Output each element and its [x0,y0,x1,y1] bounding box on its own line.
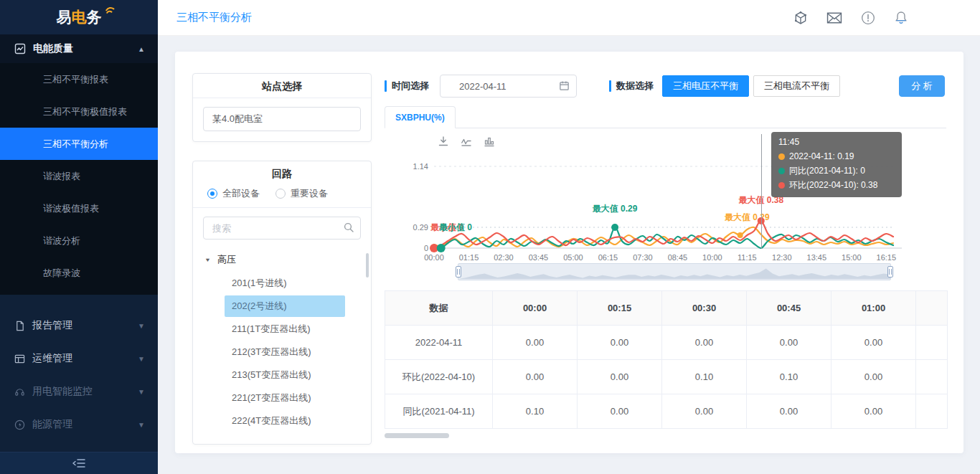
alert-circle-icon[interactable] [861,11,875,25]
cube-icon[interactable] [793,11,808,25]
date-picker-input[interactable] [440,75,577,98]
sidebar-group-smart-monitoring[interactable]: 用电智能监控 ▼ [0,375,158,408]
svg-text:13:45: 13:45 [807,253,827,262]
mail-icon[interactable] [826,11,842,24]
sidebar-item-unbalance-report[interactable]: 三相不平衡报表 [0,63,158,95]
svg-text:08:45: 08:45 [668,253,688,262]
data-table: 数据 00:00 00:15 00:30 00:45 01:00 2022-04… [385,290,948,429]
chevron-down-icon: ▼ [138,421,145,429]
chart-tab-bar: SXBPHU(%) [385,106,946,128]
sidebar-item-unbalance-extreme-report[interactable]: 三相不平衡极值报表 [0,95,158,128]
station-select-input[interactable] [203,107,361,131]
tree-item-212[interactable]: 212(3T变压器出线) [225,341,345,363]
table-row: 同比(2021-04-11) 0.10 0.00 0.00 0.00 0.00 [385,394,948,429]
tree-item-201[interactable]: 201(1号进线) [225,272,345,294]
table-row: 环比(2022-04-10) 0.00 0.00 0.10 0.10 0.00 [385,360,948,394]
table-row: 2022-04-11 0.00 0.00 0.00 0.00 0.00 [385,326,948,360]
svg-text:1.14: 1.14 [413,162,428,171]
svg-text:0.29: 0.29 [413,223,428,232]
series-dot [778,182,785,189]
tab-sxbphu[interactable]: SXBPHU(%) [385,106,456,128]
cell-partial [916,326,948,360]
station-panel: 站点选择 [192,73,372,142]
bar-chart-icon[interactable] [484,136,495,147]
sidebar-group-energy-mgmt[interactable]: 能源管理 ▼ [0,408,158,441]
radio-dot [275,189,286,199]
table-hscrollbar-thumb[interactable] [385,433,449,438]
tree-item-213[interactable]: 213(5T变压器出线) [225,364,345,386]
cell: 0.00 [747,326,831,360]
sidebar-collapse-button[interactable] [0,452,158,474]
download-icon[interactable] [438,136,449,147]
cell: 0.00 [493,360,578,394]
radio-important-label: 重要设备 [291,187,328,200]
svg-text:15:00: 15:00 [842,253,862,262]
datazoom-left-handle[interactable] [456,266,461,278]
sidebar-group-ops-mgmt[interactable]: 运维管理 ▼ [0,342,158,375]
logo-text-pre: 易 [57,7,72,27]
cell: 0.00 [831,360,916,394]
svg-text:10:00: 10:00 [702,253,722,262]
tree-item-221[interactable]: 221(2T变压器出线) [225,387,345,409]
sidebar-item-harmonic-report[interactable]: 谐波报表 [0,160,158,192]
svg-text:12:30: 12:30 [772,253,792,262]
energy-icon [14,420,25,430]
logo-text-post: 务 [87,7,102,27]
sidebar-item-unbalance-analysis[interactable]: 三相不平衡分析 [0,128,158,160]
chevron-down-icon: ▼ [138,388,145,396]
bell-icon[interactable] [894,10,908,25]
tree-node-high-voltage[interactable]: ▼ 高压 [193,248,371,271]
datazoom-slider[interactable] [458,263,891,280]
sidebar-groups: 报告管理 ▼ 运维管理 ▼ 用电智能监控 ▼ 能源管理 ▼ [0,295,158,441]
left-column: 站点选择 回路 全部设备 重要设备 [192,73,372,453]
wifi-arcs-icon [105,5,116,14]
chart-pointer-line [761,134,762,249]
sidebar-group-label: 报告管理 [32,319,72,332]
sidebar-item-harmonic-analysis[interactable]: 谐波分析 [0,224,158,257]
sidebar-item-harmonic-extreme-report[interactable]: 谐波极值报表 [0,192,158,224]
sidebar-item-fault-recording[interactable]: 故障录波 [0,257,158,289]
logo-text-mid: 电 [72,7,87,27]
topbar: 三相不平衡分析 [158,0,980,36]
current-unbalance-button[interactable]: 三相电流不平衡 [753,75,840,97]
cell: 0.00 [493,326,578,360]
tree-item-211[interactable]: 211(1T变压器出线) [225,318,345,340]
radio-all-label: 全部设备 [222,187,260,200]
chart-icon [14,43,26,54]
page-title[interactable]: 三相不平衡分析 [176,11,252,24]
device-filter-radios: 全部设备 重要设备 [193,183,371,200]
circuit-panel-title: 回路 [193,161,371,183]
col-header-0100: 01:00 [831,291,916,326]
cell: 0.10 [747,360,831,394]
controls-row: 时间选择 数据选择 三相电压不平衡 三相电流不平衡 分 析 [385,75,946,98]
radio-all-devices[interactable]: 全部设备 [207,187,260,200]
sidebar-group-report-mgmt[interactable]: 报告管理 ▼ [0,309,158,342]
circuit-search-input[interactable] [203,217,361,240]
sidebar-group-label: 运维管理 [32,352,72,365]
caret-down-icon: ▼ [204,257,211,263]
caret-up-icon: ▲ [138,45,145,53]
radio-important-devices[interactable]: 重要设备 [275,187,328,200]
circuit-panel-head: 回路 全部设备 重要设备 [193,161,371,208]
analyze-button[interactable]: 分 析 [899,75,945,97]
tree-scrollbar[interactable] [366,253,369,278]
svg-text:00:00: 00:00 [424,253,444,262]
content-area: 站点选择 回路 全部设备 重要设备 [158,36,980,474]
table-hscrollbar[interactable] [385,433,947,438]
tooltip-row-label: 同比(2021-04-11): 0 [789,163,865,178]
line-chart-icon[interactable] [461,136,472,147]
svg-text:0: 0 [424,244,428,252]
datazoom-right-handle[interactable] [887,266,893,278]
svg-text:02:30: 02:30 [494,253,514,262]
tree-item-202[interactable]: 202(2号进线) [225,295,345,317]
sidebar-group-power-quality[interactable]: 电能质量 ▲ [0,34,158,63]
voltage-unbalance-button[interactable]: 三相电压不平衡 [662,75,749,97]
row-label: 环比(2022-04-10) [385,360,493,394]
chart-toolbar [438,136,495,147]
search-icon[interactable] [343,222,354,233]
datazoom-silhouette [458,264,890,280]
calendar-icon[interactable] [559,80,570,91]
tree-item-222[interactable]: 222(4T变压器出线) [225,410,345,432]
menu-fold-icon [72,458,86,469]
tooltip-row: 环比(2022-04-10): 0.38 [778,178,895,192]
